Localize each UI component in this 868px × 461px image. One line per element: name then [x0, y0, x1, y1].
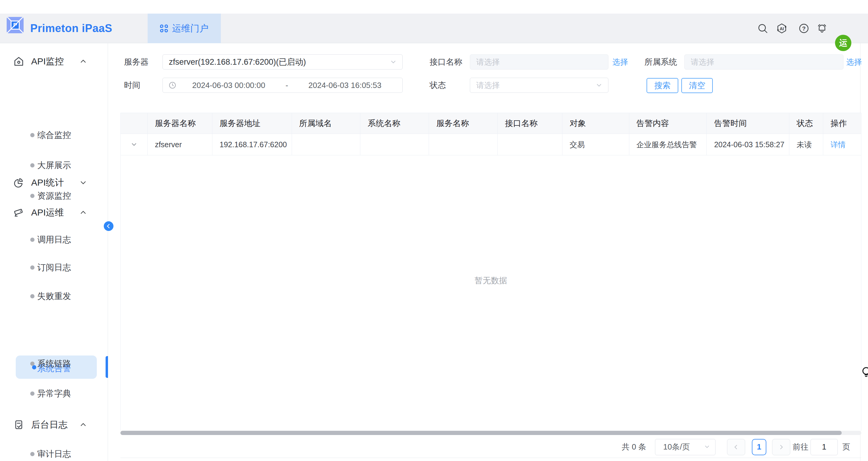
- status-select-placeholder: 请选择: [476, 80, 595, 91]
- bullet-dot: [30, 294, 34, 298]
- time-start-value[interactable]: 2024-06-03 00:00:00: [177, 81, 281, 90]
- interface-label: 接口名称: [430, 55, 462, 69]
- sidebar-item-label: 大屏展示: [37, 160, 71, 171]
- status-label: 状态: [430, 78, 446, 93]
- ai-assistant-icon[interactable]: AI: [775, 22, 788, 35]
- horizontal-scrollbar-thumb[interactable]: [120, 431, 842, 435]
- cell-server-address: 192.168.17.67:6200: [212, 134, 292, 155]
- sidebar-group-backend-log[interactable]: 后台日志: [0, 416, 108, 433]
- header-cell: 接口名称: [498, 113, 562, 134]
- surveillance-camera-icon: [13, 206, 25, 219]
- chevron-down-icon: [79, 179, 87, 187]
- lightbulb-icon[interactable]: [861, 366, 868, 378]
- bullet-dot: [30, 452, 34, 456]
- pagination-bar: 共 0 条 10条/页 1 前往 页: [120, 436, 861, 458]
- sidebar-item-failure-resend[interactable]: 失败重发: [0, 288, 108, 305]
- goto-label: 前往: [793, 442, 808, 452]
- time-end-value[interactable]: 2024-06-03 16:05:53: [293, 81, 397, 90]
- app-window: P Primeton iPaaS 运维门户 AI ?: [0, 0, 868, 461]
- sidebar-group-api-monitor[interactable]: API监控: [0, 53, 108, 70]
- server-select-value: zfserver(192.168.17.67:6200)(已启动): [169, 57, 390, 67]
- page-size-select[interactable]: 10条/页: [655, 439, 715, 455]
- sidebar-item-exception-dict[interactable]: 异常字典: [0, 385, 108, 402]
- help-icon[interactable]: ?: [798, 22, 810, 35]
- empty-state-text: 暂无数据: [121, 275, 861, 286]
- cell-service-name: [429, 134, 498, 155]
- page-unit-label: 页: [842, 442, 850, 452]
- sidebar-item-comprehensive-monitor[interactable]: 综合监控: [0, 127, 108, 143]
- interface-select-link[interactable]: 选择: [612, 55, 628, 69]
- next-page-button[interactable]: [772, 439, 790, 455]
- tab-label: 运维门户: [172, 22, 209, 35]
- page-size-value: 10条/页: [663, 442, 704, 452]
- bullet-dot: [30, 163, 34, 167]
- current-page-button[interactable]: 1: [752, 439, 766, 455]
- pie-chart-icon: [13, 176, 25, 189]
- sidebar-item-label: 失败重发: [37, 291, 71, 302]
- search-icon[interactable]: [756, 22, 769, 35]
- chevron-up-icon: [79, 421, 87, 429]
- sidebar-group-label: API监控: [31, 55, 64, 68]
- cell-object: 交易: [562, 134, 629, 155]
- app-title: Primeton iPaaS: [30, 13, 112, 43]
- cell-status: 未读: [789, 134, 823, 155]
- header-cell: 告警内容: [629, 113, 707, 134]
- row-detail-link[interactable]: 详情: [831, 140, 846, 150]
- top-header: P Primeton iPaaS 运维门户 AI ?: [0, 13, 868, 43]
- table-header-row: 服务器名称 服务器地址 所属域名 系统名称 服务名称 接口名称 对象 告警内容 …: [120, 113, 861, 134]
- svg-text:?: ?: [802, 25, 806, 32]
- sidebar-nav: API监控 综合监控 大屏展示 资源监控 API统计: [0, 43, 108, 461]
- pagination-total: 共 0 条: [622, 442, 646, 452]
- table-row: zfserver 192.168.17.67:6200 交易 企业服务总线告警 …: [120, 134, 861, 155]
- clear-button[interactable]: 清空: [681, 78, 713, 93]
- chevron-down-icon: [704, 443, 711, 451]
- header-cell: 状态: [789, 113, 823, 134]
- system-input[interactable]: [691, 58, 837, 67]
- header-cell: 所属域名: [292, 113, 361, 134]
- svg-text:AI: AI: [780, 26, 784, 31]
- sidebar-group-label: API运维: [31, 206, 64, 219]
- sidebar-group-api-stats[interactable]: API统计: [0, 174, 108, 191]
- interface-input[interactable]: [476, 58, 602, 67]
- clock-icon: [168, 81, 177, 90]
- sidebar-item-label: 订阅日志: [37, 262, 71, 273]
- sidebar-item-call-log[interactable]: 调用日志: [0, 231, 108, 248]
- header-cell: 对象: [562, 113, 629, 134]
- horizontal-scrollbar-track: [120, 431, 861, 435]
- sidebar-item-big-screen[interactable]: 大屏展示: [0, 157, 108, 174]
- chevron-up-icon: [79, 58, 87, 65]
- server-select[interactable]: zfserver(192.168.17.67:6200)(已启动): [162, 55, 403, 69]
- prev-page-button[interactable]: [727, 439, 745, 455]
- bullet-dot: [30, 362, 34, 366]
- time-range-picker[interactable]: 2024-06-03 00:00:00 - 2024-06-03 16:05:5…: [162, 78, 403, 93]
- sidebar-item-audit-log[interactable]: 审计日志: [0, 446, 108, 461]
- bullet-dot: [30, 265, 34, 270]
- cell-domain: [292, 134, 361, 155]
- system-input-wrap: [684, 55, 843, 69]
- time-separator: -: [281, 81, 293, 90]
- sidebar-group-api-ops[interactable]: API运维: [0, 204, 108, 221]
- tab-ops-portal[interactable]: 运维门户: [148, 13, 221, 43]
- sidebar-collapse-button[interactable]: [104, 221, 114, 231]
- notification-bell-icon[interactable]: [816, 22, 828, 35]
- sidebar-item-label: 调用日志: [37, 234, 71, 245]
- row-expand-chevron-icon[interactable]: [130, 140, 138, 149]
- sidebar-item-system-link[interactable]: 系统链路: [0, 355, 108, 372]
- sidebar-group-label: API统计: [31, 176, 64, 189]
- cell-alert-content: 企业服务总线告警: [629, 134, 707, 155]
- chevron-down-icon: [390, 58, 397, 66]
- user-avatar[interactable]: 运: [835, 35, 851, 51]
- system-select-link[interactable]: 选择: [846, 55, 862, 69]
- status-select[interactable]: 请选择: [470, 78, 609, 93]
- search-button[interactable]: 搜索: [647, 78, 678, 93]
- sidebar-item-label: 审计日志: [37, 448, 71, 460]
- home-monitor-icon: [13, 55, 25, 67]
- header-cell: 服务器地址: [212, 113, 292, 134]
- sidebar-group-label: 后台日志: [31, 419, 67, 431]
- sidebar-item-subscribe-log[interactable]: 订阅日志: [0, 259, 108, 276]
- header-cell: 操作: [823, 113, 861, 134]
- header-cell: 服务器名称: [148, 113, 212, 134]
- logo-letter: P: [10, 21, 20, 30]
- goto-page-input[interactable]: [811, 439, 837, 455]
- apps-grid-icon: [160, 25, 168, 32]
